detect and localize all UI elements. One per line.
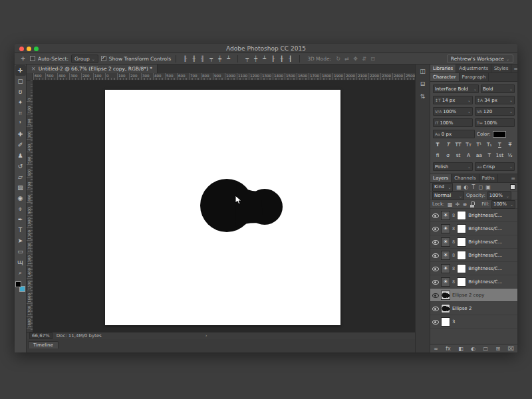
- history-brush-tool[interactable]: ↺: [15, 161, 26, 172]
- quick-selection-tool[interactable]: ✦: [15, 97, 26, 108]
- mask-thumbnail[interactable]: [457, 251, 466, 260]
- gradient-tool[interactable]: ▨: [15, 182, 26, 193]
- filter-adjustment-icon[interactable]: ◐: [462, 184, 469, 190]
- font-style-select[interactable]: Bold: [481, 84, 515, 93]
- close-window-button[interactable]: [19, 47, 24, 51]
- tab-layers[interactable]: Layers: [430, 174, 452, 182]
- mask-thumbnail[interactable]: [457, 277, 466, 287]
- layer-name[interactable]: Brightness/C...: [468, 239, 515, 245]
- visibility-eye-icon[interactable]: [432, 265, 439, 272]
- blur-tool[interactable]: ◉: [15, 193, 26, 203]
- zoom-tool[interactable]: ⌕: [15, 267, 26, 278]
- leading-field[interactable]: ↕A 34 px: [475, 96, 515, 104]
- distribute-v-center-icon[interactable]: ┿: [251, 56, 260, 62]
- crop-tool[interactable]: ⌗: [15, 108, 26, 118]
- visibility-eye-icon[interactable]: [432, 292, 439, 299]
- layer-row[interactable]: ☀ 8 Brightness/C...: [430, 222, 517, 235]
- layers-panel-menu-icon[interactable]: ≡: [509, 174, 517, 182]
- visibility-eye-icon[interactable]: [432, 239, 439, 245]
- layer-thumbnail[interactable]: [441, 291, 450, 300]
- adjustment-thumbnail[interactable]: ☀: [441, 224, 450, 233]
- mask-thumbnail[interactable]: [457, 237, 466, 247]
- filter-pixel-icon[interactable]: ▦: [455, 184, 462, 190]
- lock-transparent-icon[interactable]: ▦: [446, 201, 454, 207]
- subscript-button[interactable]: T₁: [485, 141, 493, 149]
- visibility-eye-icon[interactable]: [432, 305, 439, 312]
- titling-alternates-button[interactable]: T: [485, 152, 493, 160]
- horizontal-ruler[interactable]: 6005004003002001000100200300400500600700…: [33, 73, 415, 80]
- distribute-top-icon[interactable]: ┯: [243, 56, 251, 62]
- underline-button[interactable]: T: [495, 141, 503, 149]
- tab-character[interactable]: Character: [430, 73, 460, 81]
- lock-all-icon[interactable]: [470, 201, 475, 207]
- kerning-field[interactable]: V/A 100%: [433, 107, 473, 116]
- tracking-field[interactable]: VA 120: [475, 107, 515, 116]
- layer-name[interactable]: Brightness/C...: [468, 266, 515, 271]
- adjustment-thumbnail[interactable]: ☀: [441, 264, 450, 273]
- strikethrough-button[interactable]: T: [506, 141, 514, 149]
- all-caps-button[interactable]: TT: [454, 141, 462, 149]
- move-tool[interactable]: ✛: [15, 65, 26, 76]
- pen-tool[interactable]: ✒: [15, 214, 26, 225]
- path-selection-tool[interactable]: ➤: [15, 235, 26, 246]
- align-v-center-icon[interactable]: ╪: [215, 56, 224, 62]
- new-layer-icon[interactable]: ⊞: [496, 346, 501, 352]
- show-transform-controls-checkbox[interactable]: [101, 56, 106, 61]
- delete-layer-icon[interactable]: ⌧: [508, 346, 514, 352]
- horizontal-scale-field[interactable]: T↔ 100%: [475, 118, 515, 127]
- text-color-swatch[interactable]: [493, 131, 506, 138]
- layer-thumbnail[interactable]: [441, 304, 450, 313]
- filter-shape-icon[interactable]: ◻: [477, 184, 484, 190]
- language-select[interactable]: Polish: [433, 162, 473, 171]
- contextual-alternates-button[interactable]: σ: [444, 152, 452, 160]
- layer-group-icon[interactable]: ▢: [483, 346, 489, 352]
- document-canvas[interactable]: [105, 90, 340, 325]
- hand-tool[interactable]: ɰ: [15, 257, 26, 267]
- 3d-slide-icon[interactable]: ⇵: [360, 56, 368, 62]
- 3d-drag-icon[interactable]: ✥: [351, 56, 360, 62]
- layer-row-selected[interactable]: Ellipse 2 copy: [430, 289, 517, 302]
- distribute-left-icon[interactable]: ┠: [269, 56, 277, 62]
- font-size-field[interactable]: ↕T 14 px: [433, 96, 473, 104]
- align-right-icon[interactable]: ╢: [198, 56, 207, 62]
- anti-alias-select[interactable]: aa Crisp: [475, 162, 515, 171]
- swash-button[interactable]: A: [465, 152, 473, 160]
- filter-type-icon[interactable]: T: [469, 184, 477, 190]
- ligatures-button[interactable]: fi: [434, 152, 442, 160]
- layer-mask-icon[interactable]: ◧: [458, 346, 464, 352]
- tab-channels[interactable]: Channels: [452, 174, 479, 182]
- layer-row[interactable]: ☀ 8 Brightness/C...: [430, 249, 517, 262]
- visibility-eye-icon[interactable]: [432, 279, 439, 285]
- dodge-tool[interactable]: ⌽: [15, 203, 26, 214]
- layer-name[interactable]: Brightness/C...: [468, 226, 515, 231]
- visibility-eye-icon[interactable]: [432, 319, 439, 325]
- layer-style-icon[interactable]: fx: [446, 346, 451, 352]
- distribute-bottom-icon[interactable]: ┷: [260, 56, 269, 62]
- tab-paths[interactable]: Paths: [479, 174, 498, 182]
- workspace-select[interactable]: Rehtrew's Workspace: [447, 55, 513, 63]
- visibility-eye-icon[interactable]: [432, 212, 439, 219]
- layer-thumbnail[interactable]: [441, 317, 450, 327]
- layer-name[interactable]: Ellipse 2: [452, 306, 515, 311]
- layer-filter-toggle[interactable]: [510, 184, 515, 190]
- type-tool[interactable]: T: [15, 225, 26, 235]
- filter-smart-icon[interactable]: ▣: [484, 184, 491, 190]
- faux-bold-button[interactable]: T: [434, 141, 442, 149]
- layer-row[interactable]: Ellipse 2: [430, 302, 517, 315]
- marquee-tool[interactable]: ▢: [15, 76, 26, 86]
- tab-adjustments[interactable]: Adjustments: [456, 65, 491, 72]
- eraser-tool[interactable]: ▱: [15, 172, 26, 182]
- foreground-color-swatch[interactable]: [15, 281, 21, 287]
- layer-name[interactable]: Brightness/C...: [468, 213, 515, 218]
- zoom-window-button[interactable]: [34, 47, 39, 51]
- timeline-panel-tab[interactable]: Timeline: [28, 341, 59, 348]
- layer-name[interactable]: Brightness/C...: [468, 279, 515, 285]
- tab-styles[interactable]: Styles: [491, 65, 511, 72]
- fractions-button[interactable]: ½: [506, 152, 514, 160]
- mask-thumbnail[interactable]: [457, 224, 466, 233]
- layer-filter-kind-select[interactable]: Kind: [432, 183, 453, 192]
- auto-select-checkbox[interactable]: [30, 56, 35, 61]
- baseline-shift-field[interactable]: Aa 0 px: [433, 130, 475, 138]
- layer-row[interactable]: ☀ 8 Brightness/C...: [430, 209, 517, 222]
- visibility-eye-icon[interactable]: [432, 225, 439, 232]
